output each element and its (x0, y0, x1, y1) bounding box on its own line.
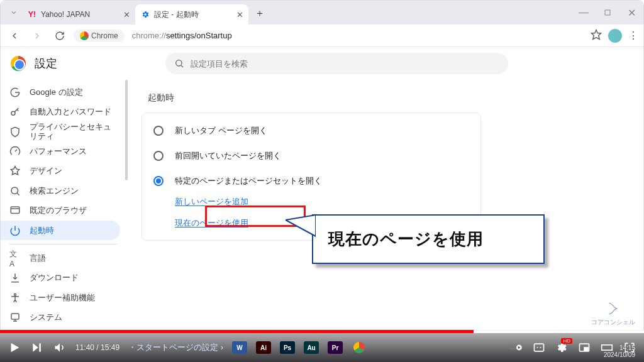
appearance-icon (9, 165, 21, 177)
sidebar-item-downloads[interactable]: ダウンロード (1, 268, 120, 288)
sidebar-item-performance[interactable]: パフォーマンス (1, 141, 120, 161)
new-tab-button[interactable]: ＋ (251, 4, 269, 22)
search-input[interactable] (191, 59, 499, 69)
photoshop-icon[interactable]: Ps (280, 341, 295, 354)
svg-rect-22 (584, 348, 588, 350)
power-icon (9, 225, 21, 236)
video-time: 11:40 / 15:49 (75, 343, 119, 352)
svg-point-5 (11, 187, 18, 194)
system-icon (9, 312, 21, 323)
section-title: 起動時 (148, 92, 628, 104)
svg-rect-10 (11, 314, 19, 319)
address-bar: Chrome chrome://settings/onStartup ⋮ (1, 25, 643, 47)
divider (9, 244, 118, 244)
svg-rect-7 (11, 207, 19, 214)
browser-tabstrip: Y! Yahoo! JAPAN ✕ 設定 - 起動時 ✕ ＋ — ✕ (1, 1, 643, 25)
option-continue[interactable]: 前回開いていたページを開く (142, 143, 480, 168)
search-icon (174, 58, 184, 69)
next-button[interactable] (30, 341, 44, 354)
close-icon[interactable]: ✕ (123, 10, 130, 19)
url-text[interactable]: chrome://settings/onStartup (130, 31, 586, 40)
word-icon[interactable]: W (232, 341, 247, 354)
radio-icon (153, 126, 164, 136)
profile-avatar[interactable] (608, 29, 622, 43)
settings-search[interactable] (165, 53, 508, 74)
audition-icon[interactable]: Au (304, 341, 319, 354)
chrome-taskbar-icon[interactable] (352, 341, 367, 354)
svg-marker-13 (11, 343, 19, 353)
site-identity-chip[interactable]: Chrome (74, 30, 125, 42)
bookmark-star-icon[interactable] (591, 29, 602, 43)
option-new-tab[interactable]: 新しいタブ ページを開く (142, 118, 480, 143)
sidebar-item-google[interactable]: Google の設定 (1, 82, 120, 102)
settings-content: 起動時 新しいタブ ページを開く 前回開いていたページを開く 特定のページまたは… (126, 80, 643, 330)
tab-yahoo[interactable]: Y! Yahoo! JAPAN ✕ (22, 4, 135, 25)
back-button[interactable] (6, 27, 23, 45)
system-clock: 14:15 2024/10/09 (604, 344, 635, 358)
video-controls: 11:40 / 15:49 ・スタートページの設定 › W Ai Ps Au P… (0, 333, 644, 362)
hd-badge: HD (561, 338, 572, 344)
radio-icon (153, 151, 164, 161)
window-close-button[interactable]: ✕ (619, 1, 643, 25)
tab-label: 設定 - 起動時 (154, 9, 199, 20)
captions-button[interactable] (532, 341, 546, 354)
chrome-logo-icon (11, 56, 26, 71)
gear-icon (140, 9, 150, 19)
sidebar-item-appearance[interactable]: デザイン (1, 162, 120, 181)
svg-point-2 (176, 60, 182, 66)
chrome-icon (80, 31, 89, 40)
tab-settings[interactable]: 設定 - 起動時 ✕ (135, 4, 248, 25)
reload-button[interactable] (51, 27, 69, 45)
autoplay-toggle[interactable] (509, 341, 523, 354)
browser-icon (9, 205, 21, 216)
translate-icon: 文A (9, 253, 21, 264)
settings-header: 設定 (1, 47, 643, 80)
option-specific-pages[interactable]: 特定のページまたはページセットを開く (142, 168, 480, 194)
minimize-button[interactable]: — (572, 1, 596, 25)
sidebar-item-autofill[interactable]: 自動入力とパスワード (1, 102, 120, 121)
svg-marker-16 (55, 343, 60, 351)
svg-rect-0 (605, 10, 610, 15)
yahoo-favicon: Y! (27, 9, 37, 19)
scrollbar[interactable] (125, 80, 128, 180)
play-button[interactable] (8, 341, 21, 354)
maximize-button[interactable] (596, 1, 619, 25)
video-chapter[interactable]: ・スタートページの設定 › (128, 342, 223, 353)
svg-rect-15 (39, 343, 41, 351)
sidebar-item-system[interactable]: システム (1, 308, 120, 327)
sidebar-item-search-engine[interactable]: 検索エンジン (1, 181, 120, 200)
callout-text: 現在のページを使用 (328, 228, 528, 250)
illustrator-icon[interactable]: Ai (256, 341, 271, 354)
download-icon (9, 272, 21, 283)
sidebar-item-accessibility[interactable]: ユーザー補助機能 (1, 288, 120, 307)
forward-button[interactable] (28, 27, 46, 45)
sidebar-item-languages[interactable]: 文A言語 (1, 248, 120, 268)
volume-button[interactable] (53, 341, 67, 354)
svg-line-6 (17, 193, 19, 195)
settings-sidebar: Google の設定 自動入力とパスワード プライバシーとセキュリティ パフォー… (1, 80, 126, 330)
svg-rect-20 (535, 344, 544, 351)
sidebar-item-privacy[interactable]: プライバシーとセキュリティ (1, 122, 120, 141)
svg-marker-1 (592, 30, 601, 39)
callout-bubble: 現在のページを使用 (312, 214, 545, 264)
radio-icon (153, 176, 164, 186)
sidebar-item-on-startup[interactable]: 起動時 (1, 221, 120, 240)
svg-point-4 (11, 111, 15, 115)
miniplayer-button[interactable] (577, 341, 591, 354)
svg-marker-14 (33, 343, 38, 351)
accessibility-icon (9, 292, 21, 304)
settings-gear-button[interactable]: HD (555, 341, 569, 354)
search-icon (9, 185, 21, 197)
settings-title: 設定 (35, 56, 57, 71)
sidebar-item-default-browser[interactable]: 既定のブラウザ (1, 201, 120, 221)
add-new-page-link[interactable]: 新しいページを追加 (142, 194, 480, 210)
more-menu-icon[interactable]: ⋮ (628, 30, 638, 41)
svg-line-3 (181, 65, 183, 67)
svg-point-9 (14, 293, 16, 295)
chip-label: Chrome (91, 31, 118, 40)
tabs-dropdown-icon[interactable] (6, 4, 22, 21)
premiere-icon[interactable]: Pr (328, 341, 343, 354)
key-icon (9, 106, 21, 118)
close-icon[interactable]: ✕ (236, 10, 243, 19)
tab-label: Yahoo! JAPAN (41, 10, 90, 19)
